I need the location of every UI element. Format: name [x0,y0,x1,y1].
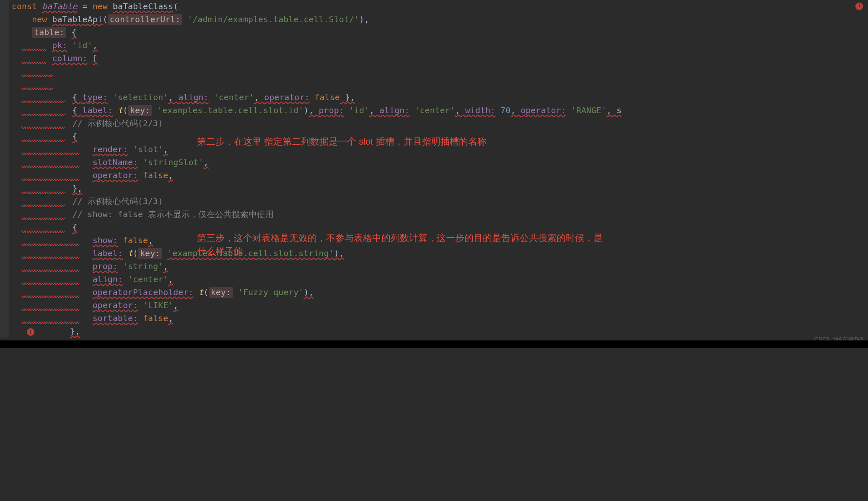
code-line[interactable]: prop: 'string', [9,260,868,273]
paren: ), [359,14,369,24]
code-line[interactable]: column: [ [9,52,868,65]
code-line[interactable]: { label: t(key: 'examples.table.cell.slo… [9,104,868,117]
comma: , [168,313,173,323]
string: 'LIKE' [143,300,173,310]
function-call: t [128,248,133,258]
code-line[interactable]: // 示例核心代码(3/3) [9,195,868,208]
code-editor[interactable]: ! const baTable = new baTableClass( new … [0,0,868,338]
string: 'center' [128,274,168,284]
bottom-bar [0,340,868,348]
code-line[interactable]: }, [9,182,868,195]
property: width: [465,105,495,115]
property: align: [93,274,123,284]
annotation-step3: 第三步，这个对表格是无效的，不参与表格中的列数计算，这一步的目的是告诉公共搜索的… [197,231,604,258]
property: render: [93,144,128,154]
property: show: [93,235,118,245]
class-name: baTableApi [52,14,102,24]
brace: { [73,92,83,102]
property: label: [83,105,113,115]
boolean: false [123,235,148,245]
string: 'selection' [113,92,168,102]
brace: { [73,105,83,115]
property: sortable: [93,313,138,323]
comma: , [173,300,178,310]
boolean: false [143,313,168,323]
code-line[interactable]: pk: 'id', [9,39,868,52]
code-line[interactable]: slotName: 'stringSlot', [9,156,868,169]
comma: , [148,235,153,245]
string: 'center' [214,92,254,102]
code-line[interactable]: sortable: false, [9,312,868,325]
brace: { [73,222,78,232]
code-line[interactable]: // show: false 表示不显示，仅在公共搜索中使用 [9,208,868,221]
number: 70 [500,105,510,115]
brace: { [71,27,76,37]
property: label: [93,248,123,258]
keyword: const [12,1,37,11]
code-line[interactable]: table: { [9,26,868,39]
property: prop: [93,261,118,271]
property: type: [83,92,108,102]
code-line[interactable]: operator: 'LIKE', [9,299,868,312]
code-line[interactable]: { type: 'selection', align: 'center', op… [9,91,868,104]
paren: ( [173,1,178,11]
code-line[interactable]: new baTableApi(controllerUrl: '/admin/ex… [9,13,868,26]
param-hint: controllerUrl: [108,14,183,25]
code-line[interactable]: align: 'center', [9,273,868,286]
paren: ( [103,14,108,24]
comma: , [93,40,98,50]
code-line[interactable]: operatorPlaceholder: t(key: 'Fuzzy query… [9,286,868,299]
boolean: false [143,170,168,180]
string: 'slot' [133,144,163,154]
comment: // 示例核心代码(2/3) [73,118,163,128]
error-icon[interactable]: ! [27,328,34,336]
string: 'RANGE' [571,105,606,115]
property: operator: [264,92,309,102]
property: align: [379,105,409,115]
boolean: false [315,92,340,102]
code-line[interactable] [9,78,868,91]
keyword: new [32,14,47,24]
param-hint: table: [32,27,66,38]
string: 'string' [123,261,163,271]
brace: }, [340,92,355,102]
annotation-step2: 第二步，在这里 指定第二列数据是一个 slot 插槽，并且指明插槽的名称 [197,135,487,148]
variable: baTable [42,1,77,11]
code-line[interactable]: ! }, [9,325,868,338]
comma: , [204,157,209,167]
property: align: [178,92,208,102]
comma: , [163,261,168,271]
string: '/admin/examples.table.cell.Slot/' [187,14,359,24]
operator: = [78,1,93,11]
code-line[interactable]: operator: false, [9,169,868,182]
code-line[interactable] [9,65,868,78]
bracket: [ [93,53,98,63]
gutter [0,0,9,338]
comment: // 示例核心代码(3/3) [73,196,163,206]
string: 'center' [415,105,455,115]
string: 'Fuzzy query' [238,287,304,297]
param-hint: key: [209,287,233,298]
param-hint: key: [128,105,152,116]
string: 'stringSlot' [143,157,204,167]
function-call: t [118,105,123,115]
property: operator: [521,105,566,115]
code-line[interactable]: // 示例核心代码(2/3) [9,117,868,130]
property: operator: [93,170,138,180]
code-line[interactable]: const baTable = new baTableClass( [9,0,868,13]
brace: }, [70,326,80,336]
text: , s [606,105,622,115]
property: slotName: [93,157,138,167]
property: column: [52,53,87,63]
param-hint: key: [138,248,162,259]
property: operator: [93,300,138,310]
class-name: baTableClass [113,1,174,11]
brace: }, [73,183,83,193]
keyword: new [93,1,108,11]
comma: , [168,170,173,180]
brace: { [73,131,78,141]
property: operatorPlaceholder: [93,287,194,297]
string: 'examples.table.cell.slot.id' [157,105,303,115]
comma: , [163,144,168,154]
paren: ), [303,287,314,297]
